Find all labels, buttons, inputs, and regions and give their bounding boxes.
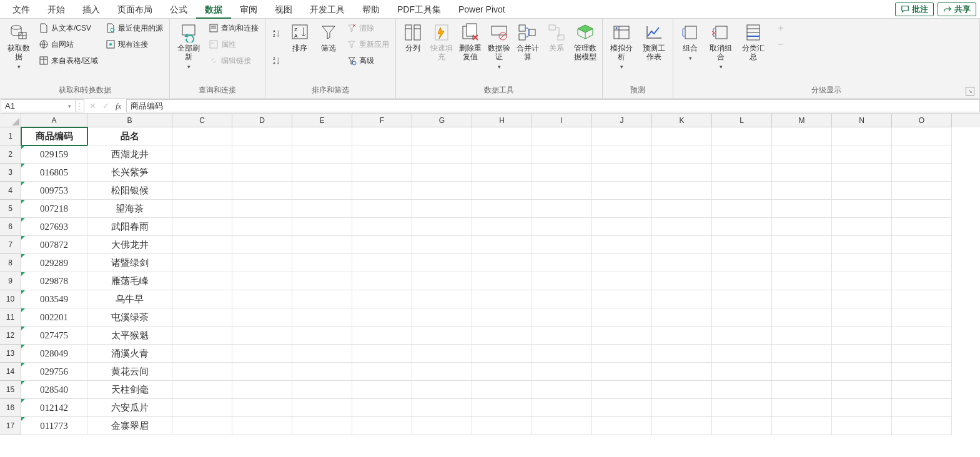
group-rows-button[interactable]: 组合 ▾ — [677, 21, 703, 84]
consolidate-button[interactable]: 合并计算 — [515, 21, 541, 84]
cell-empty[interactable] — [712, 417, 772, 435]
cell-empty[interactable] — [532, 308, 592, 327]
cell-empty[interactable] — [532, 290, 592, 308]
cell-empty[interactable] — [712, 363, 772, 381]
cell-empty[interactable] — [832, 345, 892, 363]
cell-name[interactable]: 武阳春雨 — [87, 218, 172, 236]
cell-empty[interactable] — [832, 290, 892, 308]
cell-empty[interactable] — [712, 145, 772, 164]
cell-empty[interactable] — [292, 218, 352, 236]
cell-empty[interactable] — [232, 363, 292, 381]
cell-empty[interactable] — [652, 218, 712, 236]
cell-empty[interactable] — [772, 254, 832, 272]
cell-empty[interactable] — [652, 145, 712, 164]
col-header-N[interactable]: N — [832, 114, 892, 127]
cell-empty[interactable] — [772, 417, 832, 435]
cell-empty[interactable] — [832, 236, 892, 254]
cell-empty[interactable] — [772, 236, 832, 254]
cell-empty[interactable] — [292, 363, 352, 381]
cell-empty[interactable] — [172, 200, 232, 218]
cell-empty[interactable] — [772, 381, 832, 399]
cell-empty[interactable] — [892, 127, 952, 145]
row-header[interactable]: 1 — [0, 127, 21, 145]
remove-duplicates-button[interactable]: 删除重复值 — [457, 21, 483, 84]
cell-name[interactable]: 乌牛早 — [87, 290, 172, 308]
cell-empty[interactable] — [172, 272, 232, 290]
cell-name[interactable]: 诸暨绿剑 — [87, 254, 172, 272]
cell-empty[interactable] — [592, 381, 652, 399]
tab-file[interactable]: 文件 — [4, 0, 39, 19]
cell-empty[interactable] — [712, 164, 772, 182]
cell-empty[interactable] — [712, 381, 772, 399]
insert-function-button[interactable]: fx — [116, 101, 121, 111]
cell-empty[interactable] — [472, 164, 532, 182]
chevron-down-icon[interactable]: ▾ — [68, 103, 71, 109]
col-header-J[interactable]: J — [592, 114, 652, 127]
cell-empty[interactable] — [772, 164, 832, 182]
cell-empty[interactable] — [412, 308, 472, 327]
cell-empty[interactable] — [592, 417, 652, 435]
cell-empty[interactable] — [172, 164, 232, 182]
cell-empty[interactable] — [592, 327, 652, 345]
cell-empty[interactable] — [412, 236, 472, 254]
cell-empty[interactable] — [232, 308, 292, 327]
cell-empty[interactable] — [652, 308, 712, 327]
cell-empty[interactable] — [232, 381, 292, 399]
cell-empty[interactable] — [772, 218, 832, 236]
cell-empty[interactable] — [652, 200, 712, 218]
cell-empty[interactable] — [592, 290, 652, 308]
share-button[interactable]: 共享 — [938, 2, 976, 16]
cell-code[interactable]: 029289 — [21, 254, 87, 272]
cell-empty[interactable] — [232, 145, 292, 164]
cell-empty[interactable] — [292, 145, 352, 164]
cell-name[interactable]: 金寨翠眉 — [87, 417, 172, 435]
cell-empty[interactable] — [472, 272, 532, 290]
sort-desc-button[interactable]: ZA — [269, 49, 284, 74]
cell-empty[interactable] — [532, 164, 592, 182]
cell-code[interactable]: 007218 — [21, 200, 87, 218]
col-header-C[interactable]: C — [172, 114, 232, 127]
cell-code[interactable]: 003549 — [21, 290, 87, 308]
cell-empty[interactable] — [592, 145, 652, 164]
row-header[interactable]: 7 — [0, 236, 21, 254]
cell-empty[interactable] — [532, 363, 592, 381]
cell-empty[interactable] — [232, 236, 292, 254]
cell-empty[interactable] — [292, 236, 352, 254]
cell-empty[interactable] — [352, 363, 412, 381]
cell-empty[interactable] — [832, 254, 892, 272]
cell-empty[interactable] — [412, 218, 472, 236]
tab-review[interactable]: 审阅 — [231, 0, 266, 19]
cell-empty[interactable] — [472, 145, 532, 164]
cell-empty[interactable] — [652, 254, 712, 272]
cell-empty[interactable] — [232, 345, 292, 363]
cell-empty[interactable] — [352, 236, 412, 254]
cell-empty[interactable] — [712, 236, 772, 254]
cell-empty[interactable] — [472, 254, 532, 272]
cell-empty[interactable] — [772, 272, 832, 290]
cell-empty[interactable] — [292, 127, 352, 145]
cell-code[interactable]: 027693 — [21, 218, 87, 236]
cell-empty[interactable] — [412, 145, 472, 164]
cell-empty[interactable] — [772, 308, 832, 327]
cell-empty[interactable] — [532, 254, 592, 272]
cell-empty[interactable] — [892, 327, 952, 345]
cell-empty[interactable] — [412, 327, 472, 345]
cell-empty[interactable] — [232, 164, 292, 182]
cell-empty[interactable] — [412, 254, 472, 272]
flash-fill-button[interactable]: 快速填充 — [428, 21, 455, 84]
text-to-columns-button[interactable]: 分列 — [400, 21, 426, 84]
col-header-H[interactable]: H — [472, 114, 532, 127]
cell-empty[interactable] — [232, 290, 292, 308]
cell-empty[interactable] — [892, 218, 952, 236]
cell-empty[interactable] — [712, 127, 772, 145]
cell-empty[interactable] — [352, 399, 412, 417]
cell-empty[interactable] — [532, 381, 592, 399]
row-header[interactable]: 2 — [0, 145, 21, 164]
name-box-resize-handle[interactable]: ⋮ — [76, 99, 84, 112]
name-box[interactable]: A1 ▾ — [1, 99, 76, 112]
cell-empty[interactable] — [712, 200, 772, 218]
cell-empty[interactable] — [172, 399, 232, 417]
col-header-K[interactable]: K — [652, 114, 712, 127]
cell-empty[interactable] — [292, 399, 352, 417]
cell-code[interactable]: 016805 — [21, 164, 87, 182]
